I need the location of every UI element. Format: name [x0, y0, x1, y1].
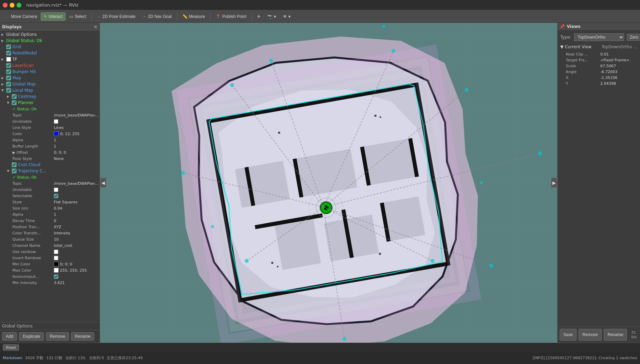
prop-row: Invert Rainbow [0, 255, 100, 261]
pose-estimate-button[interactable]: → 2D Pose Estimate [94, 12, 139, 21]
reset-button[interactable]: Reset [3, 344, 19, 351]
prop-row: Line Style Lines [0, 124, 100, 131]
list-item[interactable]: ▼ Local Map [0, 87, 100, 93]
remove-view-button[interactable]: Remove [579, 329, 602, 341]
toolbar: 🎥 Move Camera ↖ Interact ▭ Select → 2D P… [0, 10, 640, 23]
svg-rect-53 [271, 262, 274, 264]
robotmodel-checkbox[interactable] [6, 51, 11, 55]
list-item[interactable]: ▼ Trajectory C... [0, 168, 100, 174]
item-label: Global Status: Ok [6, 38, 42, 43]
interact-icon: ↖ [44, 14, 47, 19]
crosshair-icon: ✛ [257, 14, 260, 19]
dropdown-icon: ▾ [274, 14, 276, 19]
list-item[interactable]: ▶ Costmap [0, 93, 100, 100]
prop-value: 255; 255; 255 [54, 268, 98, 273]
save-view-button[interactable]: Save [560, 329, 577, 341]
svg-point-73 [431, 259, 434, 263]
display-mode-button[interactable]: 👁 ▾ [280, 12, 294, 21]
prop-value: 2.04398 [600, 81, 616, 86]
prop-label: Alpha [12, 212, 54, 217]
view-prop-row: Y 2.04398 [560, 81, 637, 87]
list-item[interactable]: ▼ Planner [0, 100, 100, 106]
map-viewport[interactable] [100, 23, 557, 343]
laserscan-checkbox[interactable] [6, 63, 11, 68]
globalmap-checkbox[interactable] [6, 82, 11, 87]
current-view-label: Current View [565, 44, 591, 49]
list-item[interactable]: LaserScan [0, 62, 100, 69]
unreliable-check[interactable] [54, 119, 58, 124]
localmap-checkbox[interactable] [6, 88, 11, 93]
3d-view[interactable]: ◀ ▶ [100, 23, 557, 343]
autocompute-check[interactable] [54, 274, 58, 279]
list-item[interactable]: ▶ Map [0, 75, 100, 81]
view-prop-row: Scale 67.5067 [560, 63, 637, 69]
interact-button[interactable]: ↖ Interact [41, 12, 66, 21]
trajectory-checkbox[interactable] [12, 169, 17, 173]
traj-selectable-check[interactable] [54, 194, 58, 198]
prop-value: 0; 0; 0 [54, 262, 98, 266]
svg-point-82 [480, 181, 483, 184]
costcloud-checkbox[interactable] [12, 162, 17, 167]
camera-mode-button[interactable]: 📷 ▾ [264, 12, 279, 21]
select-icon: ▭ [69, 14, 73, 19]
prop-row: Color Transfo... Intensity [0, 230, 100, 236]
minimize-button[interactable] [10, 3, 14, 8]
prop-label: Y [566, 81, 600, 86]
save-info: 文意已保存23:25:49 [107, 355, 142, 361]
svg-point-72 [465, 88, 469, 92]
list-item[interactable]: ▶ Global Status: Ok [0, 38, 100, 44]
crosshair-button[interactable]: ✛ [254, 12, 264, 21]
list-item[interactable]: Grid [0, 44, 100, 50]
prop-row: Min Intensity 3.621 [0, 280, 100, 286]
rename-view-button[interactable]: Rename [604, 329, 627, 341]
list-item[interactable]: ▶ Global Options [0, 31, 100, 38]
nav-goal-button[interactable]: → 2D Nav Goal [139, 12, 175, 21]
list-item[interactable]: ▶ TF [0, 56, 100, 62]
planner-checkbox[interactable] [12, 100, 17, 105]
prop-value: 1 [54, 138, 98, 142]
prop-label: Scale [566, 64, 600, 68]
prop-label: Min Intensity [12, 281, 54, 285]
rename-button[interactable]: Rename [71, 332, 94, 341]
list-item[interactable]: RobotModel [0, 50, 100, 56]
duplicate-button[interactable]: Duplicate [19, 332, 44, 341]
remove-button[interactable]: Remove [46, 332, 69, 341]
map-checkbox[interactable] [6, 75, 11, 80]
camera-icon: 🎥 [4, 14, 10, 19]
svg-point-71 [392, 49, 395, 53]
costmap-checkbox[interactable] [12, 94, 17, 99]
line-count: 132 行数 [46, 355, 62, 361]
svg-point-77 [245, 259, 248, 263]
displays-close-button[interactable]: ✕ [93, 24, 98, 30]
select-button[interactable]: ▭ Select [66, 12, 89, 21]
measure-button[interactable]: 📏 Measure [179, 12, 208, 21]
prop-value: -1.35336 [600, 75, 617, 80]
list-item[interactable]: ▶ Global Map [0, 81, 100, 87]
arrow-icon: ▼ [1, 89, 5, 92]
close-button[interactable] [3, 3, 8, 8]
list-item[interactable]: Cost Cloud [0, 162, 100, 168]
views-header: 📌 Views [558, 23, 640, 31]
displays-list[interactable]: ▶ Global Options ▶ Global Status: Ok Gri… [0, 31, 100, 322]
zero-button[interactable]: Zero [627, 34, 640, 41]
nav-icon: → [142, 14, 147, 19]
traj-unreliable-check[interactable] [54, 188, 58, 192]
prop-row: Selectable [0, 193, 100, 199]
move-camera-button[interactable]: 🎥 Move Camera [1, 12, 40, 21]
tf-checkbox[interactable] [6, 57, 11, 62]
add-button[interactable]: Add [2, 332, 17, 341]
bumperhit-checkbox[interactable] [6, 69, 11, 74]
type-select[interactable]: TopDownOrtho Orbit FPS ThirdPersonFollow… [574, 33, 624, 41]
view-prop-row: Angle -6.72003 [560, 69, 637, 75]
collapse-left-button[interactable]: ◀ [100, 178, 106, 188]
grid-checkbox[interactable] [6, 44, 11, 49]
list-item[interactable]: Bumper Hit [0, 69, 100, 75]
prop-label: Position Tran... [12, 225, 54, 229]
toolbar-separator-2 [177, 12, 177, 21]
use-rainbow-check[interactable] [54, 250, 58, 254]
invert-rainbow-check[interactable] [54, 256, 58, 260]
publish-point-button[interactable]: 📍 Publish Point [213, 12, 249, 21]
maximize-button[interactable] [17, 3, 21, 8]
view-prop-row: Near Clip ... 0.01 [560, 51, 637, 57]
collapse-right-button[interactable]: ▶ [551, 178, 557, 188]
